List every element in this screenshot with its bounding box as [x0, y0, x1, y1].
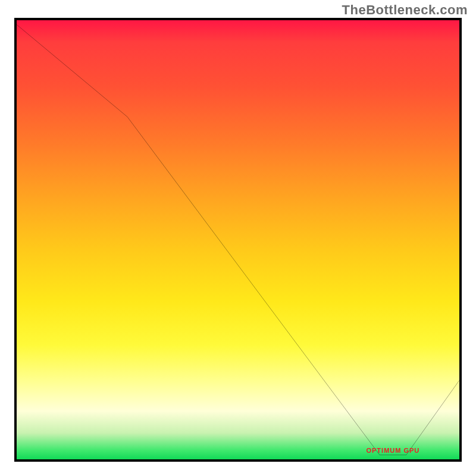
watermark-label: TheBottleneck.com	[342, 2, 468, 18]
bottleneck-curve	[17, 20, 459, 459]
chart-container: TheBottleneck.com OPTIMUM GPU	[0, 0, 476, 476]
plot-area: OPTIMUM GPU	[14, 18, 462, 462]
optimum-label: OPTIMUM GPU	[366, 447, 419, 454]
